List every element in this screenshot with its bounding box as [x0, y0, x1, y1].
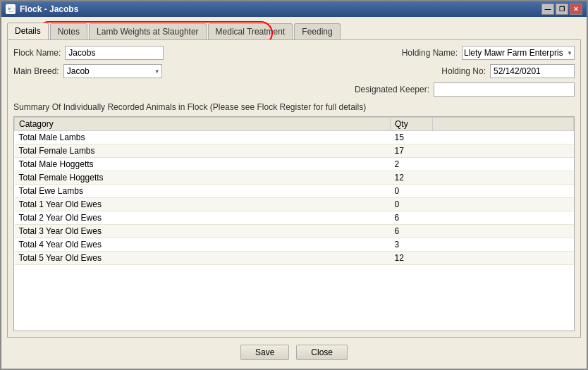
table-scroll-area[interactable]: Catagory Qty Total Male Lambs 15 Total F…: [14, 117, 574, 331]
cell-category: Total Male Hoggetts: [15, 158, 391, 171]
animals-table: Catagory Qty Total Male Lambs 15 Total F…: [14, 117, 574, 265]
cell-empty: [433, 131, 574, 144]
table-row: Total Female Hoggetts 12: [15, 171, 574, 185]
cell-category: Total Ewe Lambs: [15, 185, 391, 198]
col-header-qty: Qty: [391, 118, 433, 131]
cell-category: Total 4 Year Old Ewes: [15, 238, 391, 252]
designated-keeper-input[interactable]: [434, 82, 575, 97]
holding-no-label: Holding No:: [441, 66, 486, 76]
holding-name-group: Holding Name: Llety Mawr Farm Enterprise…: [402, 46, 575, 60]
tab-details[interactable]: Details: [7, 23, 49, 39]
minimize-button[interactable]: —: [541, 4, 554, 15]
cell-empty: [433, 185, 574, 198]
flock-name-group: Flock Name:: [13, 46, 164, 60]
cell-qty: 2: [391, 158, 433, 171]
main-breed-input[interactable]: [63, 64, 162, 78]
holding-name-select[interactable]: Llety Mawr Farm Enterprises: [462, 46, 575, 60]
table-row: Total Male Hoggetts 2: [15, 158, 574, 171]
cell-category: Total 3 Year Old Ewes: [15, 225, 391, 238]
save-button[interactable]: Save: [240, 345, 289, 360]
main-breed-combo-wrapper: [63, 64, 162, 78]
cell-category: Total Male Lambs: [15, 131, 391, 144]
footer-buttons: Save Close: [7, 338, 581, 363]
window-title: Flock - Jacobs: [20, 4, 78, 14]
cell-category: Total 2 Year Old Ewes: [15, 211, 391, 225]
col-header-category: Catagory: [15, 118, 391, 131]
table-row: Total 1 Year Old Ewes 0: [15, 198, 574, 211]
table-row: Total 3 Year Old Ewes 6: [15, 225, 574, 238]
main-breed-group: Main Breed:: [13, 64, 162, 78]
close-button[interactable]: Close: [296, 345, 348, 360]
cell-qty: 12: [391, 252, 433, 265]
window-icon: 🐑: [6, 4, 16, 14]
title-bar-left: 🐑 Flock - Jacobs: [6, 4, 78, 14]
cell-category: Total 5 Year Old Ewes: [15, 252, 391, 265]
content-area: Flock Name: Holding Name: Llety Mawr Far…: [7, 39, 581, 338]
cell-qty: 12: [391, 171, 433, 185]
title-bar: 🐑 Flock - Jacobs — ❐ ✕: [1, 1, 587, 17]
col-header-extra: [433, 118, 574, 131]
cell-qty: 0: [391, 185, 433, 198]
tab-feeding[interactable]: Feeding: [294, 23, 340, 39]
cell-qty: 17: [391, 144, 433, 158]
cell-category: Total Female Hoggetts: [15, 171, 391, 185]
cell-empty: [433, 158, 574, 171]
cell-empty: [433, 198, 574, 211]
cell-empty: [433, 171, 574, 185]
cell-empty: [433, 211, 574, 225]
table-row: Total 4 Year Old Ewes 3: [15, 238, 574, 252]
cell-qty: 6: [391, 225, 433, 238]
tab-lamb-weights[interactable]: Lamb Weights at Slaughter: [89, 23, 207, 39]
main-window: 🐑 Flock - Jacobs — ❐ ✕ Details Notes Lam…: [0, 0, 588, 370]
cell-empty: [433, 252, 574, 265]
tab-medical-treatment[interactable]: Medical Treatment: [208, 23, 293, 39]
designated-keeper-label: Designated Keeper:: [355, 85, 429, 94]
cell-qty: 6: [391, 211, 433, 225]
cell-qty: 15: [391, 131, 433, 144]
cell-empty: [433, 238, 574, 252]
table-section-label: Summary Of Individually Recorded Animals…: [13, 102, 575, 112]
close-window-button[interactable]: ✕: [570, 4, 582, 15]
holding-no-input[interactable]: [490, 64, 575, 78]
holding-no-group: Holding No:: [441, 64, 575, 78]
flock-name-label: Flock Name:: [13, 48, 61, 58]
title-controls: — ❐ ✕: [541, 4, 582, 15]
restore-button[interactable]: ❐: [556, 4, 568, 15]
cell-qty: 3: [391, 238, 433, 252]
flock-name-input[interactable]: [65, 46, 164, 60]
table-row: Total 5 Year Old Ewes 12: [15, 252, 574, 265]
cell-qty: 0: [391, 198, 433, 211]
form-row-2: Main Breed: Holding No:: [13, 64, 575, 78]
table-row: Total Ewe Lambs 0: [15, 185, 574, 198]
table-row: Total Male Lambs 15: [15, 131, 574, 144]
holding-name-select-wrapper: Llety Mawr Farm Enterprises: [462, 46, 575, 60]
designated-keeper-group: Designated Keeper:: [355, 82, 575, 97]
cell-empty: [433, 225, 574, 238]
holding-name-label: Holding Name:: [402, 48, 458, 58]
form-row-3: Designated Keeper:: [13, 82, 575, 97]
table-row: Total Female Lambs 17: [15, 144, 574, 158]
tab-bar: Details Notes Lamb Weights at Slaughter …: [7, 23, 581, 39]
cell-empty: [433, 144, 574, 158]
cell-category: Total Female Lambs: [15, 144, 391, 158]
form-row-1: Flock Name: Holding Name: Llety Mawr Far…: [13, 46, 575, 60]
tab-notes[interactable]: Notes: [50, 23, 87, 39]
table-row: Total 2 Year Old Ewes 6: [15, 211, 574, 225]
cell-category: Total 1 Year Old Ewes: [15, 198, 391, 211]
data-table-container: Catagory Qty Total Male Lambs 15 Total F…: [13, 116, 575, 331]
main-breed-label: Main Breed:: [13, 66, 59, 76]
window-body: Details Notes Lamb Weights at Slaughter …: [1, 17, 587, 369]
